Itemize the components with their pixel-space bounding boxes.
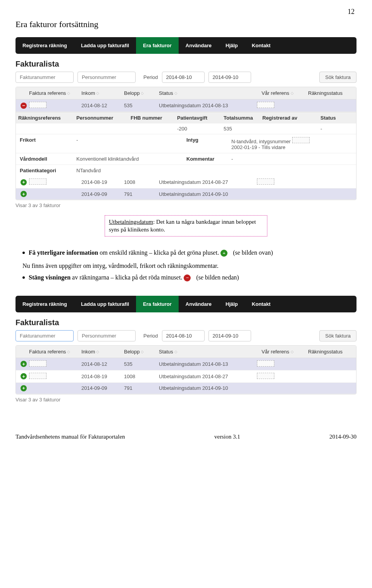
expand-icon[interactable]: + — [21, 191, 27, 197]
redacted-value — [29, 178, 46, 185]
fakturanummer-input[interactable] — [16, 330, 74, 341]
nav-kontakt[interactable]: Kontakt — [245, 37, 277, 54]
nav-ladda-upp[interactable]: Ladda upp fakturafil — [74, 296, 136, 312]
ui-screenshot-expanded: Registrera räkning Ladda upp fakturafil … — [16, 37, 356, 208]
search-button[interactable]: Sök faktura — [319, 72, 356, 83]
expand-icon[interactable]: + — [21, 179, 27, 185]
sort-icon: ◇ — [174, 350, 177, 354]
section-title: Fakturalista — [16, 60, 356, 69]
sort-icon: ◇ — [67, 350, 70, 354]
nav-hjalp[interactable]: Hjälp — [219, 296, 245, 312]
nav-ladda-upp[interactable]: Ladda upp fakturafil — [74, 37, 136, 54]
navbar: Registrera räkning Ladda upp fakturafil … — [16, 37, 356, 54]
date-from-input[interactable] — [162, 72, 205, 83]
faktura-table: Faktura referens◇ Inkom◇ Belopp◇ Status◇… — [16, 87, 356, 200]
date-from-input[interactable] — [162, 330, 205, 341]
nav-registrera[interactable]: Registrera räkning — [16, 296, 74, 312]
sort-icon: ◇ — [291, 350, 294, 354]
nav-registrera[interactable]: Registrera räkning — [16, 37, 74, 54]
collapse-icon[interactable]: − — [21, 103, 27, 109]
period-label: Period — [143, 333, 158, 339]
date-to-input[interactable] — [208, 72, 251, 83]
col-faktura-referens[interactable]: Faktura referens◇ — [27, 87, 79, 99]
period-label: Period — [143, 74, 158, 80]
filter-bar: Period Sök faktura — [16, 330, 356, 341]
sort-icon: ◇ — [174, 91, 177, 95]
search-button[interactable]: Sök faktura — [319, 330, 356, 341]
table-row[interactable]: + 2014-08-19 1008 Utbetalningsdatum 2014… — [16, 176, 356, 189]
plus-icon: + — [220, 250, 227, 257]
sort-icon: ◇ — [141, 91, 144, 95]
col-rakningsstatus[interactable]: Räkningsstatus — [306, 346, 356, 358]
bullet-icon — [22, 252, 25, 254]
redacted-value — [29, 102, 46, 108]
sort-icon: ◇ — [96, 91, 99, 95]
nav-anvandare[interactable]: Användare — [179, 296, 219, 312]
navbar: Registrera räkning Ladda upp fakturafil … — [16, 296, 356, 312]
date-to-input[interactable] — [208, 330, 251, 341]
sort-icon: ◇ — [141, 350, 144, 354]
redacted-value — [257, 360, 274, 367]
filter-bar: Period Sök faktura — [16, 72, 356, 83]
redacted-value — [257, 102, 274, 108]
personnummer-input[interactable] — [78, 72, 136, 83]
expand-icon[interactable]: + — [21, 361, 27, 367]
page-number: 12 — [348, 8, 355, 16]
sort-icon: ◇ — [291, 91, 294, 95]
redacted-value — [292, 137, 310, 143]
expand-icon[interactable]: + — [21, 373, 27, 379]
body-note: Nu finns även uppgifter om intyg, vårdmo… — [22, 261, 356, 271]
redacted-value — [257, 373, 274, 379]
col-belopp[interactable]: Belopp◇ — [122, 346, 157, 358]
fakturanummer-input[interactable] — [16, 72, 74, 83]
row-detail: Räkningsreferens Personnummer FHB nummer… — [16, 112, 356, 176]
caption-box: Utbetalningsdatum: Det kan ta några bank… — [105, 215, 267, 237]
sort-icon: ◇ — [96, 350, 99, 354]
table-row[interactable]: − 2014-08-12 535 Utbetalningsdatum 2014-… — [16, 99, 356, 112]
table-row[interactable]: + 2014-08-12 535 Utbetalningsdatum 2014-… — [16, 358, 356, 370]
expand-icon[interactable]: + — [21, 385, 27, 391]
section-title: Fakturalista — [16, 318, 356, 327]
ui-screenshot-collapsed: Registrera räkning Ladda upp fakturafil … — [16, 296, 356, 403]
bullet-icon — [22, 276, 25, 279]
personnummer-input[interactable] — [78, 330, 136, 341]
faktura-table: Faktura referens◇ Inkom◇ Belopp◇ Status◇… — [16, 345, 356, 394]
col-status[interactable]: Status◇ — [157, 346, 259, 358]
nav-kontakt[interactable]: Kontakt — [245, 296, 277, 312]
col-rakningsstatus[interactable]: Räkningsstatus — [306, 87, 356, 99]
table-row[interactable]: + 2014-08-19 1008 Utbetalningsdatum 2014… — [16, 370, 356, 383]
table-row[interactable]: + 2014-09-09 791 Utbetalningsdatum 2014-… — [16, 383, 356, 394]
redacted-value — [257, 178, 274, 185]
nav-hjalp[interactable]: Hjälp — [219, 37, 245, 54]
table-row[interactable]: + 2014-09-09 791 Utbetalningsdatum 2014-… — [16, 189, 356, 200]
col-var-referens[interactable]: Vår referens◇ — [259, 346, 306, 358]
redacted-value — [29, 373, 46, 379]
nav-anvandare[interactable]: Användare — [179, 37, 219, 54]
redacted-value — [29, 360, 46, 367]
col-inkom[interactable]: Inkom◇ — [79, 346, 122, 358]
page-title: Era fakturor fortsättning — [16, 19, 356, 29]
col-status[interactable]: Status◇ — [157, 87, 259, 99]
col-var-referens[interactable]: Vår referens◇ — [259, 87, 306, 99]
col-belopp[interactable]: Belopp◇ — [122, 87, 157, 99]
result-count: Visar 3 av 3 fakturor — [16, 202, 356, 208]
col-faktura-referens[interactable]: Faktura referens◇ — [27, 346, 79, 358]
nav-era-fakturor[interactable]: Era fakturor — [136, 296, 179, 312]
result-count: Visar 3 av 3 fakturor — [16, 397, 356, 403]
col-inkom[interactable]: Inkom◇ — [79, 87, 122, 99]
minus-icon: − — [184, 274, 191, 281]
nav-era-fakturor[interactable]: Era fakturor — [136, 37, 179, 54]
page-footer: Tandvårdsenhetens manual för Fakturaport… — [16, 434, 356, 440]
sort-icon: ◇ — [67, 91, 70, 95]
